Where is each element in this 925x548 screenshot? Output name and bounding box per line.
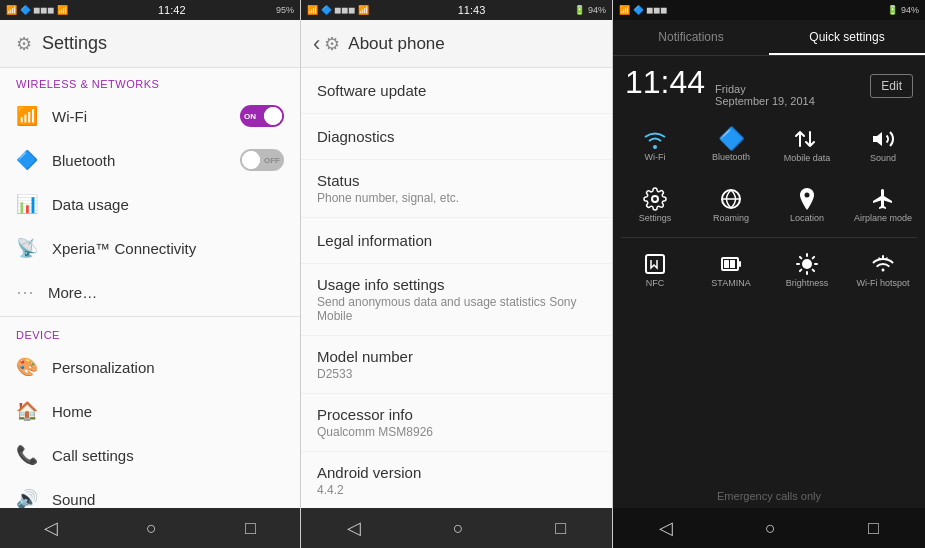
wifi-toggle-on[interactable]: ON	[240, 105, 284, 127]
quick-date-day: Friday	[715, 83, 815, 95]
quick-item-location[interactable]: Location	[769, 177, 845, 233]
status-bar-middle: 📶 🔷 ◼◼◼ 📶 11:43 🔋 94%	[301, 0, 612, 20]
quick-date-block: Friday September 19, 2014	[715, 83, 815, 107]
sidebar-item-sound[interactable]: 🔊 Sound	[0, 477, 300, 508]
usage-info-subtitle: Send anonymous data and usage statistics…	[317, 295, 596, 323]
wifi-quick-label: Wi-Fi	[645, 152, 666, 162]
status-time-mid: 11:43	[458, 4, 486, 16]
home-button-mid[interactable]: ○	[437, 510, 480, 547]
quick-item-brightness[interactable]: Brightness	[769, 242, 845, 298]
quick-item-mobile-data[interactable]: Mobile data	[769, 117, 845, 173]
bluetooth-icon: 🔷	[16, 149, 38, 171]
about-item-status[interactable]: Status Phone number, signal, etc.	[301, 160, 612, 218]
android-title: Android version	[317, 464, 596, 481]
about-item-usage-info[interactable]: Usage info settings Send anonymous data …	[301, 264, 612, 336]
about-item-diagnostics[interactable]: Diagnostics	[301, 114, 612, 160]
roaming-label: Roaming	[713, 213, 749, 223]
bluetooth-label: Bluetooth	[52, 152, 240, 169]
sound-label: Sound	[52, 491, 284, 508]
wifi-quick-icon	[641, 128, 669, 150]
sound-quick-label: Sound	[870, 153, 896, 163]
more-label: More…	[48, 284, 284, 301]
tab-notifications[interactable]: Notifications	[613, 20, 769, 55]
quick-item-settings[interactable]: Settings	[617, 177, 693, 233]
wifi-toggle-label: ON	[244, 112, 256, 121]
quick-grid-row3: NFC STAMINA	[613, 240, 925, 300]
svg-point-4	[805, 193, 810, 198]
wifi-hotspot-label: Wi-Fi hotspot	[856, 278, 909, 288]
quick-item-airplane[interactable]: Airplane mode	[845, 177, 921, 233]
about-item-android[interactable]: Android version 4.4.2	[301, 452, 612, 508]
svg-line-14	[800, 257, 801, 258]
stamina-icon	[719, 252, 743, 276]
sidebar-item-call[interactable]: 📞 Call settings	[0, 433, 300, 477]
more-icon: ⋯	[16, 281, 34, 303]
quick-item-nfc[interactable]: NFC	[617, 242, 693, 298]
sidebar-item-xperia[interactable]: 📡 Xperia™ Connectivity	[0, 226, 300, 270]
quick-item-bluetooth[interactable]: 🔷 Bluetooth	[693, 117, 769, 173]
sidebar-item-bluetooth[interactable]: 🔷 Bluetooth OFF	[0, 138, 300, 182]
settings-title: Settings	[42, 33, 107, 54]
about-settings-icon: ⚙	[324, 33, 340, 55]
processor-subtitle: Qualcomm MSM8926	[317, 425, 596, 439]
svg-rect-5	[646, 255, 664, 273]
location-label: Location	[790, 213, 824, 223]
status-battery-left: 95%	[276, 5, 294, 15]
stamina-label: STAMINA	[711, 278, 750, 288]
sidebar-item-wifi[interactable]: 📶 Wi-Fi ON	[0, 94, 300, 138]
about-item-processor[interactable]: Processor info Qualcomm MSM8926	[301, 394, 612, 452]
mobile-data-icon	[795, 127, 819, 151]
bluetooth-quick-icon: 🔷	[718, 128, 745, 150]
location-icon	[797, 187, 817, 211]
quick-spacer	[613, 300, 925, 484]
right-nav-bar: ◁ ○ □	[613, 508, 925, 548]
diagnostics-title: Diagnostics	[317, 128, 596, 145]
quick-item-wifi-hotspot[interactable]: Wi-Fi hotspot	[845, 242, 921, 298]
sidebar-item-more[interactable]: ⋯ More…	[0, 270, 300, 314]
home-button-right[interactable]: ○	[749, 510, 792, 547]
data-usage-label: Data usage	[52, 196, 284, 213]
status-bar-right: 📶 🔷 ◼◼◼ 🔋 94%	[613, 0, 925, 20]
recents-button-right[interactable]: □	[852, 510, 895, 547]
recents-button-left[interactable]: □	[229, 510, 272, 547]
airplane-label: Airplane mode	[854, 213, 912, 223]
settings-list: WIRELESS & NETWORKS 📶 Wi-Fi ON 🔷 Bluetoo…	[0, 68, 300, 508]
about-item-legal[interactable]: Legal information	[301, 218, 612, 264]
brightness-icon	[795, 252, 819, 276]
tab-quick-settings[interactable]: Quick settings	[769, 20, 925, 55]
back-icon-about[interactable]: ‹	[313, 31, 320, 57]
usage-info-title: Usage info settings	[317, 276, 596, 293]
quick-grid-divider	[621, 237, 917, 238]
quick-time: 11:44	[625, 64, 705, 101]
about-item-software-update[interactable]: Software update	[301, 68, 612, 114]
sidebar-item-data-usage[interactable]: 📊 Data usage	[0, 182, 300, 226]
edit-button[interactable]: Edit	[870, 74, 913, 98]
bluetooth-toggle-off[interactable]: OFF	[240, 149, 284, 171]
wifi-label: Wi-Fi	[52, 108, 240, 125]
settings-gear-icon: ⚙	[16, 33, 32, 55]
about-title: About phone	[348, 34, 444, 54]
about-item-model[interactable]: Model number D2533	[301, 336, 612, 394]
divider-1	[0, 316, 300, 317]
svg-point-0	[653, 145, 657, 149]
sidebar-item-home[interactable]: 🏠 Home	[0, 389, 300, 433]
quick-item-sound[interactable]: Sound	[845, 117, 921, 173]
recents-button-mid[interactable]: □	[539, 510, 582, 547]
section-wireless: WIRELESS & NETWORKS	[0, 70, 300, 94]
bt-toggle-label: OFF	[264, 156, 280, 165]
data-usage-icon: 📊	[16, 193, 38, 215]
nfc-icon	[643, 252, 667, 276]
call-label: Call settings	[52, 447, 284, 464]
software-update-title: Software update	[317, 82, 596, 99]
quick-item-stamina[interactable]: STAMINA	[693, 242, 769, 298]
quick-item-roaming[interactable]: Roaming	[693, 177, 769, 233]
back-button-mid[interactable]: ◁	[331, 509, 377, 547]
model-title: Model number	[317, 348, 596, 365]
back-button-left[interactable]: ◁	[28, 509, 74, 547]
back-button-right[interactable]: ◁	[643, 509, 689, 547]
quick-item-wifi[interactable]: Wi-Fi	[617, 117, 693, 173]
call-icon: 📞	[16, 444, 38, 466]
home-button-left[interactable]: ○	[130, 510, 173, 547]
quick-settings-tabs: Notifications Quick settings	[613, 20, 925, 56]
sidebar-item-personalization[interactable]: 🎨 Personalization	[0, 345, 300, 389]
